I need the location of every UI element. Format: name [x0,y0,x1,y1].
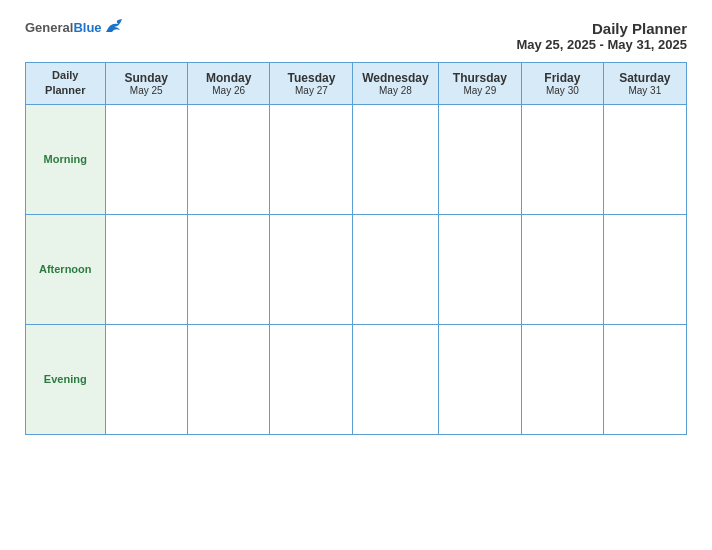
evening-wednesday-cell[interactable] [353,324,438,434]
col-header-thursday: Thursday May 29 [438,63,522,105]
title-area: Daily Planner May 25, 2025 - May 31, 202… [516,20,687,52]
col-header-wednesday: Wednesday May 28 [353,63,438,105]
afternoon-monday-cell[interactable] [187,214,270,324]
col-header-saturday: Saturday May 31 [603,63,686,105]
evening-sunday-cell[interactable] [105,324,187,434]
morning-saturday-cell[interactable] [603,104,686,214]
evening-thursday-cell[interactable] [438,324,522,434]
afternoon-thursday-cell[interactable] [438,214,522,324]
col-header-sunday: Sunday May 25 [105,63,187,105]
afternoon-label: Afternoon [26,214,106,324]
morning-sunday-cell[interactable] [105,104,187,214]
planner-title: Daily Planner [516,20,687,37]
morning-thursday-cell[interactable] [438,104,522,214]
afternoon-friday-cell[interactable] [522,214,603,324]
logo-general: GeneralBlue [25,20,102,36]
row-evening: Evening [26,324,687,434]
evening-tuesday-cell[interactable] [270,324,353,434]
evening-friday-cell[interactable] [522,324,603,434]
column-header-row: Daily Planner Sunday May 25 Monday May 2… [26,63,687,105]
col-header-tuesday: Tuesday May 27 [270,63,353,105]
evening-label: Evening [26,324,106,434]
evening-monday-cell[interactable] [187,324,270,434]
morning-tuesday-cell[interactable] [270,104,353,214]
row-afternoon: Afternoon [26,214,687,324]
top-left-cell: Daily Planner [26,63,106,105]
afternoon-sunday-cell[interactable] [105,214,187,324]
header: GeneralBlue Daily Planner May 25, 2025 -… [25,20,687,52]
evening-saturday-cell[interactable] [603,324,686,434]
afternoon-saturday-cell[interactable] [603,214,686,324]
col-header-monday: Monday May 26 [187,63,270,105]
morning-friday-cell[interactable] [522,104,603,214]
morning-monday-cell[interactable] [187,104,270,214]
planner-date-range: May 25, 2025 - May 31, 2025 [516,37,687,52]
morning-wednesday-cell[interactable] [353,104,438,214]
calendar-table: Daily Planner Sunday May 25 Monday May 2… [25,62,687,435]
page: GeneralBlue Daily Planner May 25, 2025 -… [11,10,701,540]
col-header-friday: Friday May 30 [522,63,603,105]
morning-label: Morning [26,104,106,214]
logo-area: GeneralBlue [25,20,126,36]
logo-bird-icon [104,18,126,36]
afternoon-tuesday-cell[interactable] [270,214,353,324]
row-morning: Morning [26,104,687,214]
afternoon-wednesday-cell[interactable] [353,214,438,324]
